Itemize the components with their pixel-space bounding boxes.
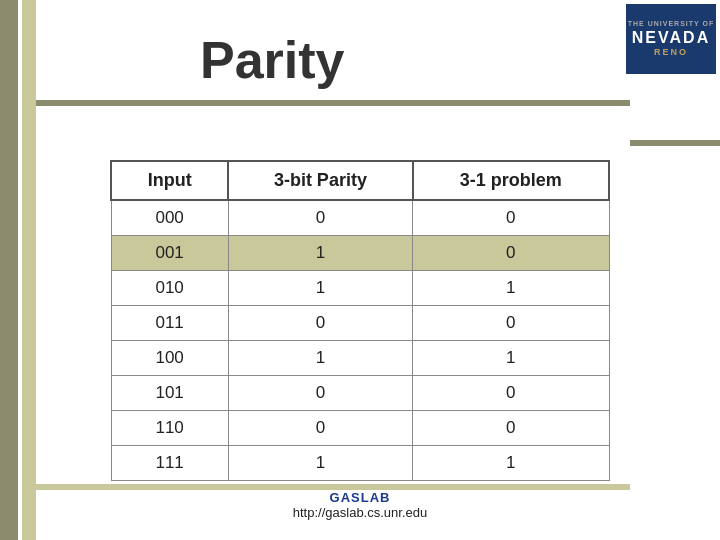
footer-url: http://gaslab.cs.unr.edu [0, 505, 720, 520]
cell-7-1: 1 [228, 446, 412, 481]
main-content: Input 3-bit Parity 3-1 problem 000000011… [80, 150, 640, 480]
left-decorative-bars [0, 0, 36, 540]
cell-1-2: 0 [413, 236, 610, 271]
col-3-1-problem: 3-1 problem [413, 161, 610, 200]
cell-7-2: 1 [413, 446, 610, 481]
table-header-row: Input 3-bit Parity 3-1 problem [111, 161, 609, 200]
cell-0-0: 000 [111, 200, 228, 236]
col-input: Input [111, 161, 228, 200]
table-row: 11111 [111, 446, 609, 481]
table-row: 00110 [111, 236, 609, 271]
table-row: 01100 [111, 306, 609, 341]
cell-1-0: 001 [111, 236, 228, 271]
top-right-bar [630, 140, 720, 146]
bottom-accent-bar [36, 484, 630, 490]
university-name: THE UNIVERSITY OF NEVADA RENO [628, 20, 715, 58]
cell-6-1: 0 [228, 411, 412, 446]
cell-4-0: 100 [111, 341, 228, 376]
reno-label: RENO [628, 47, 715, 58]
cell-3-2: 0 [413, 306, 610, 341]
table-row: 11000 [111, 411, 609, 446]
cell-1-1: 1 [228, 236, 412, 271]
cell-0-2: 0 [413, 200, 610, 236]
nevada-label: NEVADA [628, 28, 715, 47]
page-title: Parity [200, 30, 345, 90]
table-row: 00000 [111, 200, 609, 236]
left-bar-dark [0, 0, 18, 540]
parity-table: Input 3-bit Parity 3-1 problem 000000011… [110, 160, 610, 481]
cell-6-0: 110 [111, 411, 228, 446]
cell-6-2: 0 [413, 411, 610, 446]
university-label: THE UNIVERSITY OF [628, 20, 715, 28]
gaslab-label: GASLAB [0, 490, 720, 505]
nevada-logo: THE UNIVERSITY OF NEVADA RENO [626, 4, 716, 74]
cell-5-2: 0 [413, 376, 610, 411]
cell-2-0: 010 [111, 271, 228, 306]
cell-3-0: 011 [111, 306, 228, 341]
table-row: 10011 [111, 341, 609, 376]
table-row: 01011 [111, 271, 609, 306]
col-3bit-parity: 3-bit Parity [228, 161, 412, 200]
cell-0-1: 0 [228, 200, 412, 236]
cell-2-2: 1 [413, 271, 610, 306]
cell-3-1: 0 [228, 306, 412, 341]
cell-5-0: 101 [111, 376, 228, 411]
cell-7-0: 111 [111, 446, 228, 481]
cell-4-1: 1 [228, 341, 412, 376]
cell-2-1: 1 [228, 271, 412, 306]
table-row: 10100 [111, 376, 609, 411]
footer: GASLAB http://gaslab.cs.unr.edu [0, 490, 720, 520]
top-accent-bar [36, 100, 630, 106]
left-bar-light [22, 0, 36, 540]
cell-4-2: 1 [413, 341, 610, 376]
cell-5-1: 0 [228, 376, 412, 411]
